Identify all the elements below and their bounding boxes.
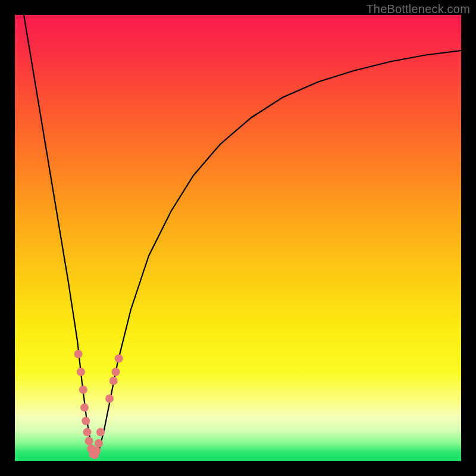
sample-point [80,403,89,412]
sample-points [74,350,123,459]
sample-point [74,350,83,358]
sample-point [92,447,101,455]
sample-point [112,368,120,376]
sample-point [95,439,103,447]
sample-point [85,437,93,445]
bottleneck-curve [24,15,461,457]
sample-point [115,355,123,363]
sample-point [79,386,87,394]
sample-point [109,377,118,385]
sample-point [105,394,114,403]
sample-point [77,368,85,376]
sample-point [83,428,92,436]
curve-layer [15,15,461,461]
watermark-text: TheBottleneck.com [366,2,470,16]
sample-point [82,417,90,425]
chart-frame: TheBottleneck.com [0,0,476,476]
sample-point [96,428,105,436]
plot-area [15,15,461,461]
